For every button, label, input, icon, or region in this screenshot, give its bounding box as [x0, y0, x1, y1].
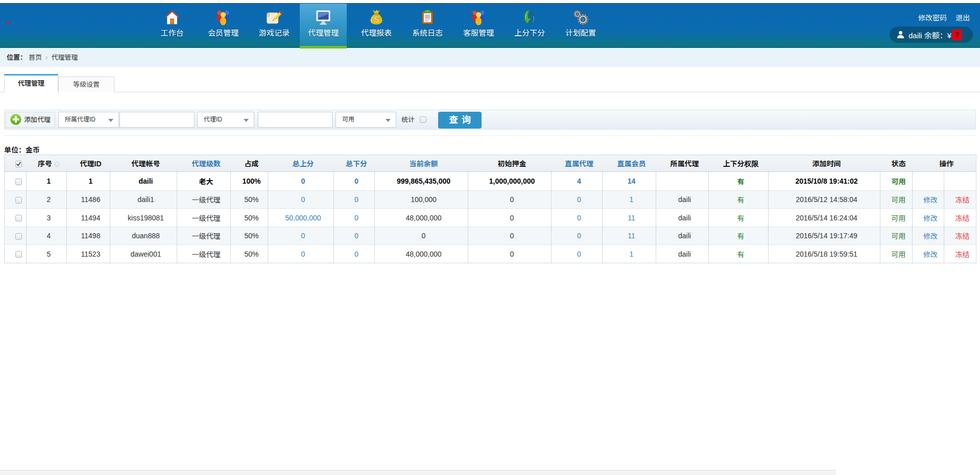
svg-text:$: $	[374, 15, 379, 24]
